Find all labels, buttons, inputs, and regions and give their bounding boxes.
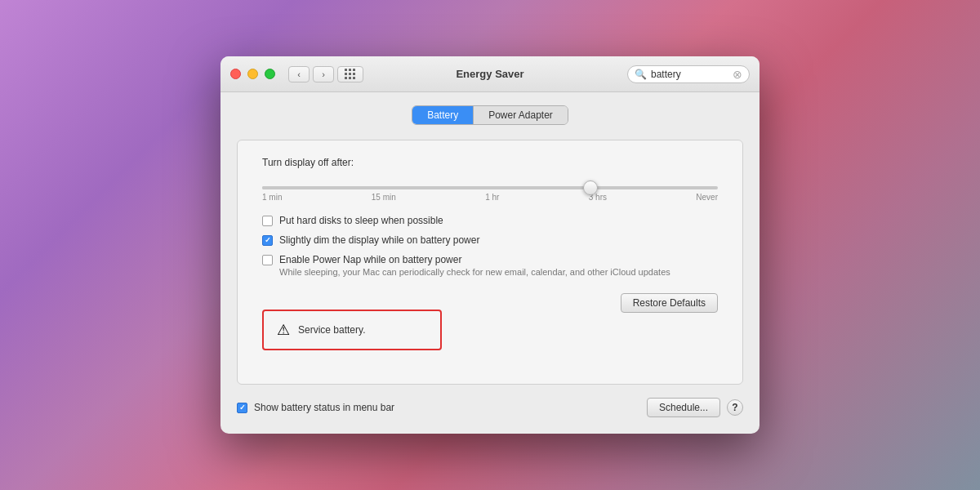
slider-mark-never: Never xyxy=(696,193,718,202)
checkbox-power-nap-text-group: Enable Power Nap while on battery power … xyxy=(279,254,670,277)
content-area: Battery Power Adapter Turn display off a… xyxy=(220,92,760,434)
slider-thumb[interactable] xyxy=(583,180,598,195)
forward-button[interactable]: › xyxy=(313,66,334,82)
checkbox-power-nap-label: Enable Power Nap while on battery power xyxy=(279,254,670,265)
slider-mark-15min: 15 min xyxy=(372,193,396,202)
checkbox-dim-display[interactable] xyxy=(262,235,273,246)
grid-icon xyxy=(345,69,356,80)
tab-switcher: Battery Power Adapter xyxy=(237,105,743,125)
checkbox-row-power-nap: Enable Power Nap while on battery power … xyxy=(262,254,718,277)
back-button[interactable]: ‹ xyxy=(288,66,310,82)
slider-mark-1min: 1 min xyxy=(262,193,282,202)
service-battery-section: ⚠ Service battery. xyxy=(262,310,442,350)
service-restore-row: ⚠ Service battery. Restore Defaults xyxy=(262,293,718,350)
window-title: Energy Saver xyxy=(456,68,523,80)
nav-buttons: ‹ › xyxy=(288,66,334,82)
slider-mark-1hr: 1 hr xyxy=(485,193,499,202)
slider-labels: 1 min 15 min 1 hr 3 hrs Never xyxy=(262,193,718,202)
search-icon: 🔍 xyxy=(635,69,647,80)
help-button[interactable]: ? xyxy=(727,399,743,416)
search-input[interactable] xyxy=(651,69,728,80)
checkbox-dim-display-wrapper xyxy=(262,235,273,246)
slider-track xyxy=(262,186,718,189)
grid-view-button[interactable] xyxy=(337,66,363,82)
slider-label: Turn display off after: xyxy=(262,157,354,168)
restore-defaults-button[interactable]: Restore Defaults xyxy=(621,293,718,313)
maximize-button[interactable] xyxy=(265,69,275,79)
close-button[interactable] xyxy=(230,69,241,79)
display-off-slider-row: Turn display off after: 1 min 15 min 1 h… xyxy=(262,157,718,202)
traffic-lights xyxy=(230,69,275,79)
bottom-right: Schedule... ? xyxy=(647,398,743,417)
settings-panel: Turn display off after: 1 min 15 min 1 h… xyxy=(237,140,743,385)
minimize-button[interactable] xyxy=(247,69,258,79)
service-battery-text: Service battery. xyxy=(298,324,365,336)
checkbox-show-battery[interactable] xyxy=(237,403,247,413)
main-window: ‹ › Energy Saver 🔍 ⊗ Battery Power Adapt… xyxy=(220,56,760,434)
checkbox-power-nap[interactable] xyxy=(262,255,273,265)
checkbox-row-hard-disks: Put hard disks to sleep when possible xyxy=(262,215,718,226)
checkbox-hard-disks-label: Put hard disks to sleep when possible xyxy=(279,215,443,226)
checkbox-dim-display-label: Slightly dim the display while on batter… xyxy=(279,234,479,246)
tab-group: Battery Power Adapter xyxy=(412,105,568,125)
checkbox-hard-disks-wrapper xyxy=(262,216,273,226)
bottom-left: Show battery status in menu bar xyxy=(237,402,394,413)
schedule-button[interactable]: Schedule... xyxy=(647,398,720,417)
checkbox-power-nap-wrapper xyxy=(262,255,273,265)
tab-power-adapter[interactable]: Power Adapter xyxy=(474,106,568,124)
checkbox-hard-disks[interactable] xyxy=(262,216,273,226)
slider-fill xyxy=(262,186,590,189)
titlebar: ‹ › Energy Saver 🔍 ⊗ xyxy=(220,56,760,92)
show-battery-label: Show battery status in menu bar xyxy=(254,402,394,413)
tab-battery[interactable]: Battery xyxy=(412,106,474,124)
search-bar[interactable]: 🔍 ⊗ xyxy=(627,65,750,83)
search-clear-button[interactable]: ⊗ xyxy=(733,69,742,80)
warning-icon: ⚠ xyxy=(277,321,290,339)
bottom-bar: Show battery status in menu bar Schedule… xyxy=(237,398,743,417)
checkbox-row-dim-display: Slightly dim the display while on batter… xyxy=(262,234,718,246)
checkbox-power-nap-sublabel: While sleeping, your Mac can periodicall… xyxy=(279,267,670,277)
slider-container[interactable]: 1 min 15 min 1 hr 3 hrs Never xyxy=(262,180,718,202)
